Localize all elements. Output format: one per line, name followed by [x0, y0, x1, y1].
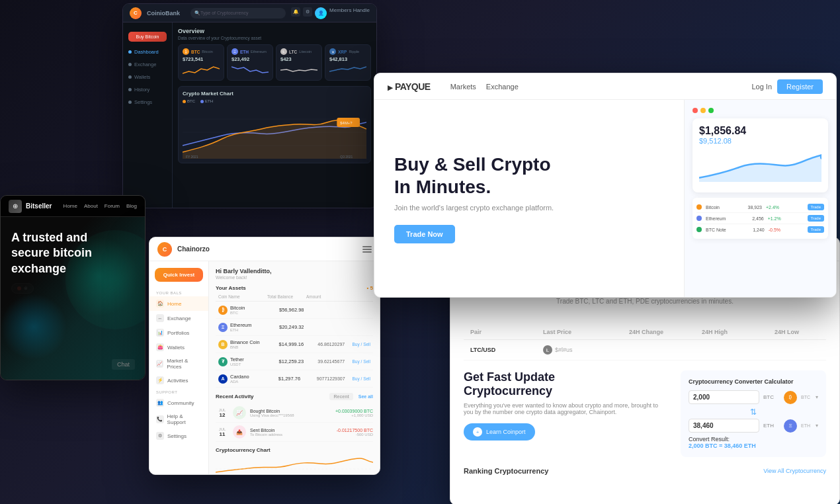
chainorzo-nav-settings[interactable]: ⚙ Settings [149, 429, 208, 443]
bitseller-chat-btn[interactable]: Chat [112, 359, 135, 370]
other-change: -0.5% [769, 228, 780, 232]
chainorzo-quick-invest-btn[interactable]: Quick Invest [155, 268, 203, 282]
activity-desc-2: Sent Bitcoin [250, 428, 333, 433]
ltc-logo: Ł [543, 345, 552, 355]
asset-usdt-ticker: USDT [230, 362, 276, 366]
payque-price-card: $1,856.84 $9,512.08 [693, 118, 828, 192]
trade-converter-from-input[interactable]: 2,000 [689, 390, 759, 404]
chainorzo-nav-community[interactable]: 👥 Community [149, 396, 208, 410]
trade-update-section: Get Fast UpdateCryptocurrency Everything… [464, 370, 667, 457]
activity-icon: ⚡ [156, 376, 164, 384]
payque-window: ▶ PAYQUE Markets Exchange Log In Registe… [374, 73, 837, 298]
trade-table-header: Pair Last Price 24H Change 24H High 24H … [464, 325, 826, 340]
bitseller-nav-forum[interactable]: Forum [105, 203, 120, 209]
chainorzo-nav-activities[interactable]: ⚡ Activities [149, 373, 208, 388]
asset-btc-balance: $56,962.98 [279, 307, 315, 313]
coinio-nav-history[interactable]: History [123, 83, 172, 96]
trade-converter-to-input[interactable]: 38,460 [689, 419, 759, 433]
chainorzo-nav-market[interactable]: 📈 Market & Prices [149, 355, 208, 373]
asset-usdt-name: Tether [230, 357, 276, 362]
col-last-price: Last Price [543, 329, 622, 335]
payque-trade-now-btn[interactable]: Trade Now [394, 225, 455, 243]
col-change: 24H Change [629, 329, 695, 335]
coinio-nav-exchange[interactable]: Exchange [123, 58, 172, 71]
payque-nav-markets[interactable]: Markets [450, 83, 476, 91]
eth-icon: Ξ [231, 48, 238, 55]
btc-trade-btn[interactable]: Trade [808, 204, 824, 210]
chainorzo-activity-section: Recent Activity Recent See all JUL 12 📈 … [216, 393, 373, 442]
chainorzo-nav-portfolios[interactable]: 📊 Portfolios [149, 325, 208, 340]
trade-converter-from-row: 2,000 BTC ₿ BTC ▾ [689, 390, 818, 404]
chevron-down-to-icon: ▾ [816, 423, 818, 429]
wallet-icon: 👛 [156, 343, 164, 351]
svg-text:Q3 2021: Q3 2021 [340, 155, 353, 159]
trade-converter-from-label: BTC [801, 395, 810, 399]
chainorzo-hamburger-btn[interactable] [362, 246, 372, 253]
payque-auth-buttons: Log In Register [751, 79, 823, 94]
btc-icon: ₿ [183, 48, 189, 55]
payque-coin-row-eth: Ethereum 2,456 +1.2% Trade [696, 213, 824, 224]
coinio-settings-icon[interactable]: ⚙ [303, 7, 312, 17]
chainorzo-see-all-btn[interactable]: See all [358, 394, 373, 399]
payque-widget: $1,856.84 $9,512.08 Bitcoin 38,923 +2.4%… [684, 100, 836, 297]
trade-converter-btc-icon: ₿ [784, 391, 797, 404]
chainorzo-chart-title: Cryptocurrency Chart [216, 447, 373, 453]
coinio-nav-wallets[interactable]: Wallets [123, 71, 172, 83]
ltc-label: LTC [289, 50, 297, 54]
chainorzo-nav-help[interactable]: 📞 Help & Support [149, 410, 208, 429]
trade-result-value: 2,000 BTC = 38,460 ETH [689, 442, 756, 449]
trade-converter-section: Cryptocurrency Converter Calculator 2,00… [681, 370, 826, 457]
market-icon: 📈 [156, 360, 163, 368]
xrp-mini-chart [329, 63, 366, 77]
eth-legend-dot [200, 100, 204, 103]
coinio-stat-btc[interactable]: ₿ BTC Bitcoin $723,541 [178, 44, 224, 81]
activity-icon-2: 📤 [233, 425, 246, 439]
xrp-icon: ✕ [329, 48, 336, 55]
coinio-buy-bitcoin-btn[interactable]: Buy Bitcoin [128, 32, 167, 42]
eth-trade-btn[interactable]: Trade [808, 215, 824, 222]
coinio-chart-title: Crypto Market Chart [183, 91, 366, 97]
coinio-stat-ltc[interactable]: Ł LTC Litecoin $423 [276, 44, 322, 81]
trade-view-all-btn[interactable]: View All Cryptocurrency [763, 468, 826, 474]
chainorzo-brand: Chainorzo [177, 245, 210, 253]
bitseller-nav-home[interactable]: Home [63, 203, 77, 209]
chainorzo-recent-label[interactable]: Recent [329, 393, 353, 400]
asset-bnb-action[interactable]: Buy / Sell [347, 342, 370, 347]
eth-mini-chart [231, 63, 269, 77]
coinio-stat-eth[interactable]: Ξ ETH Ethereum $23,492 [227, 44, 273, 81]
coinio-nav-settings[interactable]: Settings [123, 96, 172, 108]
payque-nav-exchange[interactable]: Exchange [486, 83, 519, 91]
activity-item-1: JUL 12 📈 Bought Bitcoin Using Visa decc*… [216, 403, 373, 423]
coinio-stat-xrp[interactable]: ✕ XRP Ripple $42,813 [325, 44, 371, 81]
asset-ada-amount: 90771229307 [317, 376, 345, 381]
ltc-name: Litecoin [299, 50, 312, 54]
payque-register-btn[interactable]: Register [777, 79, 823, 94]
bitseller-window: ⊕ Bitseller Home About Forum Blog A trus… [0, 195, 146, 380]
bitseller-nav-blog[interactable]: Blog [126, 203, 137, 209]
asset-ada-action[interactable]: Buy / Sell [348, 376, 370, 381]
trade-learn-btn[interactable]: + Learn Coinport [464, 423, 535, 441]
bitseller-logo-icon: ⊕ [9, 200, 22, 213]
coinio-search-bar[interactable]: 🔍 Type of Cryptocurrency [190, 8, 286, 19]
activity-btc-2: -0.01217500 BTC [337, 428, 373, 433]
dot-green [708, 108, 714, 113]
trade-converter-eth-icon: Ξ [784, 419, 797, 433]
trade-table-row-ltcusd[interactable]: LTC/USD Ł $#l#us [464, 340, 826, 360]
coinio-nav-dashboard[interactable]: Dashboard [123, 46, 172, 58]
trade-converter-swap-btn[interactable]: ⇅ [689, 407, 818, 417]
bitseller-nav-about[interactable]: About [84, 203, 98, 209]
payque-login-btn[interactable]: Log In [751, 83, 772, 91]
activity-sub-2: To Bitcoin address [250, 433, 333, 437]
other-trade-btn[interactable]: Trade [808, 226, 824, 233]
payque-price-sub: $9,512.08 [699, 137, 821, 145]
asset-usdt-action[interactable]: Buy / Sell [347, 359, 370, 364]
usdt-circle: ₮ [218, 357, 228, 366]
trade-converter-from-currency: BTC [763, 394, 780, 400]
chainorzo-nav-exchange[interactable]: ↔ Exchange [149, 311, 208, 325]
eth-name: Ethereum [251, 50, 267, 54]
chainorzo-activity-header: Recent Activity Recent See all [216, 393, 373, 400]
chainorzo-nav-wallets[interactable]: 👛 Wallets [149, 340, 208, 355]
chainorzo-nav-home[interactable]: 🏠 Home [149, 296, 208, 311]
asset-bnb-name: Binance Coin [230, 339, 276, 345]
coinio-bell-icon[interactable]: 🔔 [291, 7, 300, 17]
